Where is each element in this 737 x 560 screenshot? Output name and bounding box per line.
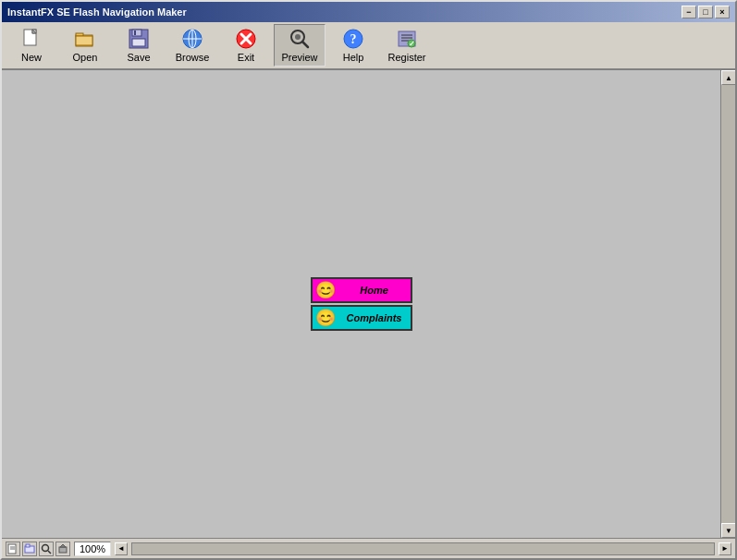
- help-icon: ?: [342, 28, 364, 50]
- title-controls: − □ ×: [682, 6, 730, 18]
- preview-label: Preview: [281, 52, 317, 63]
- scroll-left-button[interactable]: ◄: [115, 542, 128, 555]
- svg-text:✓: ✓: [409, 40, 415, 48]
- scrollbar-vertical: ▲ ▼: [720, 70, 735, 538]
- status-icon-3: [39, 542, 54, 556]
- status-icons: [6, 542, 70, 556]
- register-button[interactable]: ✓ Register: [381, 24, 433, 67]
- save-label: Save: [127, 52, 150, 63]
- svg-rect-8: [132, 39, 145, 46]
- svg-point-33: [43, 544, 49, 551]
- scroll-up-button[interactable]: ▲: [721, 70, 735, 85]
- new-label: New: [21, 52, 42, 63]
- browse-label: Browse: [176, 52, 210, 63]
- canvas-area[interactable]: 😊 Home 😊 Complaints: [2, 70, 720, 538]
- svg-text:?: ?: [350, 32, 357, 46]
- scroll-track-h[interactable]: [131, 542, 715, 555]
- svg-line-18: [302, 42, 308, 47]
- open-label: Open: [73, 52, 98, 63]
- svg-rect-32: [26, 544, 30, 547]
- svg-rect-9: [134, 30, 136, 35]
- maximize-button[interactable]: □: [698, 6, 713, 18]
- title-bar-left: InstantFX SE Flash Navigation Maker: [7, 6, 187, 18]
- help-button[interactable]: ? Help: [327, 24, 379, 67]
- scroll-right-button[interactable]: ►: [719, 542, 731, 555]
- save-button[interactable]: Save: [113, 24, 165, 67]
- nav-complaints-label: Complaints: [338, 312, 411, 323]
- nav-complaints-icon: 😊: [313, 305, 338, 331]
- open-icon: [74, 28, 96, 50]
- status-bar: 100% ◄ ►: [2, 538, 735, 558]
- save-icon: [128, 28, 150, 50]
- preview-icon: [289, 28, 311, 50]
- exit-button[interactable]: Exit: [220, 24, 272, 67]
- help-label: Help: [343, 52, 364, 63]
- nav-complaints-button[interactable]: 😊 Complaints: [311, 305, 412, 331]
- exit-icon: [235, 28, 257, 50]
- browse-button[interactable]: Browse: [166, 24, 218, 67]
- status-icon-4: [55, 542, 70, 556]
- svg-rect-35: [59, 547, 67, 553]
- register-icon: ✓: [396, 28, 418, 50]
- svg-rect-5: [76, 36, 92, 45]
- open-button[interactable]: Open: [59, 24, 111, 67]
- exit-label: Exit: [238, 52, 254, 63]
- window-title: InstantFX SE Flash Navigation Maker: [7, 6, 187, 18]
- smiley-icon: 😊: [315, 280, 336, 300]
- smiley-icon-2: 😊: [315, 308, 336, 328]
- svg-rect-7: [132, 30, 141, 36]
- nav-preview: 😊 Home 😊 Complaints: [311, 277, 412, 331]
- browse-icon: [181, 28, 203, 50]
- scroll-down-button[interactable]: ▼: [721, 523, 735, 538]
- main-window: InstantFX SE Flash Navigation Maker − □ …: [0, 0, 737, 560]
- zoom-level: 100%: [74, 542, 111, 556]
- svg-line-34: [48, 551, 51, 554]
- close-button[interactable]: ×: [715, 6, 730, 18]
- preview-button[interactable]: Preview: [274, 24, 326, 67]
- register-label: Register: [388, 52, 426, 63]
- nav-home-label: Home: [338, 285, 411, 296]
- new-button[interactable]: New: [6, 24, 57, 67]
- nav-home-button[interactable]: 😊 Home: [311, 277, 412, 303]
- minimize-button[interactable]: −: [682, 6, 696, 18]
- scroll-track-v[interactable]: [721, 85, 735, 523]
- status-icon-1: [6, 542, 20, 556]
- nav-home-icon: 😊: [313, 277, 338, 303]
- svg-marker-36: [60, 544, 66, 547]
- status-icon-2: [22, 542, 37, 556]
- toolbar: New Open Save: [2, 22, 735, 70]
- main-area: 😊 Home 😊 Complaints ▲ ▼: [2, 70, 735, 538]
- new-icon: [20, 28, 43, 50]
- title-bar: InstantFX SE Flash Navigation Maker − □ …: [2, 2, 735, 22]
- svg-point-19: [295, 34, 301, 40]
